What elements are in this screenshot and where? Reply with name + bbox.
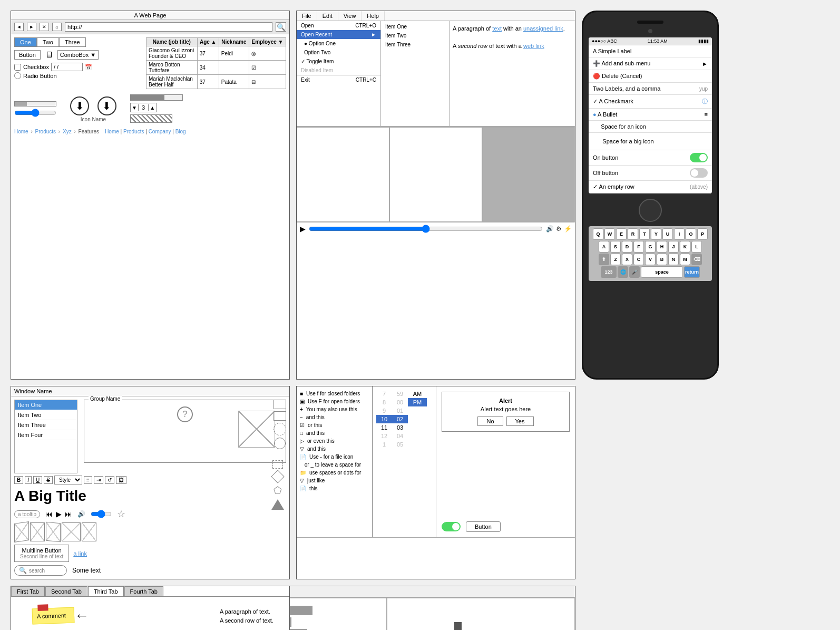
link-products[interactable]: Products: [123, 129, 144, 134]
key-c[interactable]: C: [633, 254, 644, 265]
url-input[interactable]: [65, 22, 272, 32]
key-backspace[interactable]: ⌫: [691, 254, 702, 265]
settings-icon-2[interactable]: ⚡: [564, 225, 572, 232]
menu-help[interactable]: Help: [362, 11, 385, 21]
button-control[interactable]: Button: [14, 50, 41, 60]
text-input-area[interactable]: [297, 128, 389, 221]
menu-exit[interactable]: ExitCTRL+C: [297, 75, 380, 84]
menu-option-one[interactable]: ● Option One: [297, 39, 380, 48]
key-globe[interactable]: 🌐: [618, 266, 628, 278]
tab-one[interactable]: One: [14, 37, 37, 47]
phone-menu-add[interactable]: ➕ Add and sub-menu ►: [589, 57, 712, 70]
hour-11[interactable]: 11: [376, 423, 392, 432]
settings-icon-1[interactable]: ⚙: [556, 225, 562, 232]
menu-toggle[interactable]: ✓ Toggle Item: [297, 57, 380, 66]
strikethrough-button[interactable]: S: [44, 476, 53, 484]
key-r[interactable]: R: [628, 228, 638, 240]
col-employee[interactable]: Employee ▼: [249, 38, 286, 46]
key-e[interactable]: E: [616, 228, 627, 240]
key-y[interactable]: Y: [651, 228, 661, 240]
hour-9[interactable]: 9: [376, 406, 392, 415]
scrollbar-h[interactable]: [14, 101, 56, 106]
play-button[interactable]: ▶: [56, 510, 62, 518]
video-progress-slider[interactable]: [309, 225, 543, 233]
phone-home-button[interactable]: [639, 199, 662, 222]
key-b[interactable]: B: [657, 254, 667, 265]
web-link[interactable]: web link: [523, 43, 544, 49]
key-w[interactable]: W: [604, 228, 615, 240]
menu-file[interactable]: File: [297, 11, 317, 21]
sketch-tab-fourth[interactable]: Fourth Tab: [124, 586, 163, 596]
key-j[interactable]: J: [668, 241, 679, 253]
link-home[interactable]: Home: [105, 129, 119, 134]
search-input[interactable]: [29, 568, 61, 574]
min-01[interactable]: 01: [392, 406, 408, 415]
browser-search-button[interactable]: 🔍: [276, 22, 286, 32]
list-item-two[interactable]: Item Two: [15, 410, 77, 420]
stop-button[interactable]: ✕: [40, 23, 49, 31]
link-text[interactable]: a link: [73, 550, 87, 557]
menu-edit[interactable]: Edit: [317, 11, 338, 21]
checkbox-input[interactable]: [14, 64, 21, 71]
outdent-button[interactable]: ↺: [105, 476, 114, 484]
tab-three[interactable]: Three: [59, 37, 86, 47]
text-link-text[interactable]: text: [492, 25, 502, 32]
sketch-tab-second[interactable]: Second Tab: [45, 586, 87, 596]
key-l[interactable]: L: [691, 241, 702, 253]
stepper-up[interactable]: ▲: [149, 103, 156, 112]
combobox[interactable]: ComboBox ▼: [57, 50, 99, 60]
toggle-off[interactable]: [690, 168, 708, 178]
hour-8[interactable]: 8: [376, 398, 392, 406]
key-d[interactable]: D: [622, 241, 632, 253]
fast-forward-button[interactable]: ⏭: [65, 510, 72, 518]
forward-button[interactable]: ►: [27, 23, 36, 31]
min-00[interactable]: 00: [392, 398, 408, 406]
min-03[interactable]: 03: [392, 423, 408, 432]
unassigned-link[interactable]: unassigned link: [523, 25, 563, 32]
toggle-on[interactable]: [690, 153, 708, 162]
rewind-button[interactable]: ⏮: [45, 510, 53, 518]
hour-1[interactable]: 1: [376, 440, 392, 449]
tab-two[interactable]: Two: [37, 37, 59, 47]
underline-button[interactable]: U: [33, 476, 42, 484]
key-p[interactable]: P: [697, 228, 708, 240]
link-company[interactable]: Company: [149, 129, 171, 134]
bold-button[interactable]: B: [14, 476, 23, 484]
min-59[interactable]: 59: [392, 390, 408, 398]
slider[interactable]: [14, 109, 56, 117]
breadcrumb-products[interactable]: Products: [35, 129, 56, 134]
list-button[interactable]: ≡: [84, 476, 92, 484]
radio-input[interactable]: [14, 72, 21, 79]
volume-slider[interactable]: [91, 510, 112, 518]
key-shift[interactable]: ⬆: [599, 254, 609, 265]
multiline-button[interactable]: Multiline Button Second line of text: [14, 545, 69, 562]
breadcrumb-home[interactable]: Home: [14, 129, 28, 134]
key-s[interactable]: S: [610, 241, 621, 253]
hour-7[interactable]: 7: [376, 390, 392, 398]
key-o[interactable]: O: [686, 228, 696, 240]
pm-option[interactable]: PM: [408, 398, 427, 406]
key-m[interactable]: M: [680, 254, 690, 265]
style-select[interactable]: Style: [54, 476, 82, 484]
play-button[interactable]: ▶: [300, 225, 306, 233]
menu-view[interactable]: View: [338, 11, 362, 21]
key-h[interactable]: H: [657, 241, 667, 253]
outline-button[interactable]: Button: [466, 521, 501, 532]
back-button[interactable]: ◄: [14, 23, 24, 31]
key-u[interactable]: U: [662, 228, 673, 240]
key-g[interactable]: G: [645, 241, 656, 253]
submenu-item-one[interactable]: Item One: [381, 22, 449, 31]
key-v[interactable]: V: [645, 254, 656, 265]
key-return[interactable]: return: [684, 266, 700, 278]
hour-10[interactable]: 10: [376, 415, 392, 423]
phone-menu-delete[interactable]: 🔴 Delete (Cancel): [589, 70, 712, 83]
min-02[interactable]: 02: [392, 415, 408, 423]
key-t[interactable]: T: [639, 228, 650, 240]
menu-open[interactable]: OpenCTRL+O: [297, 21, 380, 30]
phone-menu-checkmark[interactable]: ✓ A Checkmark ⓘ: [589, 95, 712, 109]
key-z[interactable]: Z: [610, 254, 621, 265]
menu-open-recent[interactable]: Open Recent►: [297, 30, 380, 39]
alert-no-button[interactable]: No: [477, 416, 503, 426]
phone-menu-bullet[interactable]: ● A Bullet ≡: [589, 109, 712, 121]
key-mic[interactable]: 🎤: [629, 266, 640, 278]
